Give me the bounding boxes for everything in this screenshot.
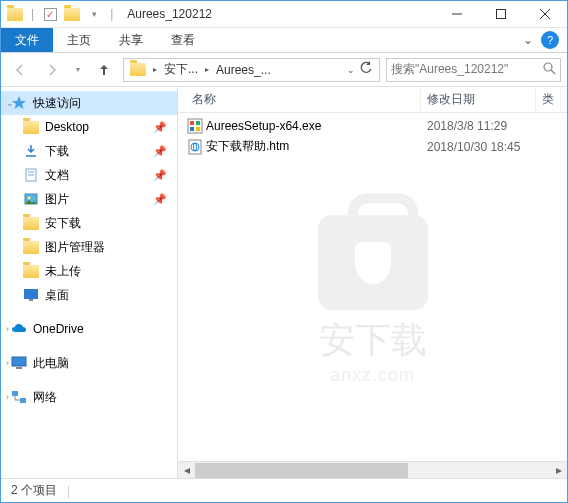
- tab-view[interactable]: 查看: [157, 28, 209, 52]
- sidebar-item-downloads[interactable]: 下载📌: [1, 139, 177, 163]
- folder-icon: [23, 263, 39, 279]
- sidebar-onedrive[interactable]: ›OneDrive: [1, 317, 177, 341]
- status-bar: 2 个项目 |: [1, 478, 567, 502]
- horizontal-scrollbar[interactable]: ◂ ▸: [178, 461, 567, 478]
- nav-recent-dropdown[interactable]: ▾: [71, 57, 85, 83]
- expand-icon[interactable]: ›: [6, 392, 9, 402]
- chevron-right-icon[interactable]: ▸: [202, 65, 212, 74]
- maximize-button[interactable]: [479, 1, 523, 28]
- column-headers: 名称 修改日期 类: [178, 87, 567, 113]
- sidebar-item-label: 图片管理器: [45, 239, 105, 256]
- sidebar-item-label: Desktop: [45, 120, 89, 134]
- nav-bar: ▾ ▸ 安下... ▸ Aurees_... ⌄ 搜索"Aurees_12021…: [1, 53, 567, 87]
- breadcrumb-seg[interactable]: Aurees_...: [212, 59, 275, 81]
- folder-icon: [23, 239, 39, 255]
- file-name: AureesSetup-x64.exe: [204, 119, 421, 133]
- ribbon-tabs: 文件 主页 共享 查看 ⌄ ?: [1, 28, 567, 53]
- folder-icon: [23, 215, 39, 231]
- folder-context-icon[interactable]: [64, 6, 80, 22]
- folder-icon: [23, 119, 39, 135]
- refresh-button[interactable]: [359, 61, 373, 78]
- expand-ribbon-icon[interactable]: ⌄: [523, 33, 533, 47]
- cloud-icon: [11, 321, 27, 337]
- qat-dropdown-icon[interactable]: ▾: [86, 6, 102, 22]
- window-title: Aurees_120212: [127, 7, 212, 21]
- sidebar-item-anxiazai[interactable]: 安下载: [1, 211, 177, 235]
- folder-shortcut-icon[interactable]: [7, 6, 23, 22]
- svg-rect-20: [196, 121, 200, 125]
- svg-rect-14: [12, 357, 26, 366]
- breadcrumb-seg[interactable]: 安下...: [160, 59, 202, 81]
- separator: |: [67, 484, 70, 498]
- sidebar-item-label: 安下载: [45, 215, 81, 232]
- svg-point-11: [28, 197, 31, 200]
- file-row[interactable]: 安下载帮助.htm 2018/10/30 18:45: [178, 136, 567, 157]
- pin-icon: 📌: [153, 145, 167, 158]
- svg-rect-17: [20, 398, 26, 403]
- file-list[interactable]: 安下载 anxz.com AureesSetup-x64.exe 2018/3/…: [178, 113, 567, 461]
- sidebar-item-label: 桌面: [45, 287, 69, 304]
- title-bar: | ✓ ▾ | Aurees_120212: [1, 1, 567, 28]
- htm-icon: [186, 139, 204, 155]
- sidebar-item-label: 此电脑: [33, 355, 69, 372]
- collapse-icon[interactable]: ⌄: [6, 98, 14, 108]
- column-type[interactable]: 类: [536, 87, 561, 112]
- downloads-icon: [23, 143, 39, 159]
- folder-root-icon[interactable]: [126, 59, 150, 81]
- svg-point-4: [544, 63, 552, 71]
- tab-home[interactable]: 主页: [53, 28, 105, 52]
- sidebar-item-label: 未上传: [45, 263, 81, 280]
- sidebar-item-documents[interactable]: 文档📌: [1, 163, 177, 187]
- installer-icon: [186, 118, 204, 134]
- network-icon: [11, 389, 27, 405]
- scroll-track[interactable]: [195, 462, 550, 479]
- svg-rect-1: [497, 10, 506, 19]
- sidebar-quick-access[interactable]: ⌄ 快速访问: [1, 91, 177, 115]
- nav-back-button[interactable]: [7, 57, 33, 83]
- column-name[interactable]: 名称: [186, 87, 421, 112]
- minimize-button[interactable]: [435, 1, 479, 28]
- sidebar-item-label: 下载: [45, 143, 69, 160]
- item-count: 2 个项目: [11, 482, 57, 499]
- watermark-sub: anxz.com: [318, 365, 428, 386]
- pin-icon: 📌: [153, 121, 167, 134]
- svg-rect-12: [24, 289, 38, 299]
- watermark: 安下载 anxz.com: [318, 215, 428, 386]
- desktop-icon: [23, 287, 39, 303]
- tab-share[interactable]: 共享: [105, 28, 157, 52]
- expand-icon[interactable]: ›: [6, 358, 9, 368]
- scroll-right-button[interactable]: ▸: [550, 462, 567, 479]
- search-placeholder: 搜索"Aurees_120212": [391, 61, 508, 78]
- watermark-text: 安下载: [318, 316, 428, 365]
- sidebar-thispc[interactable]: ›此电脑: [1, 351, 177, 375]
- quick-check-icon[interactable]: ✓: [42, 6, 58, 22]
- expand-icon[interactable]: ›: [6, 324, 9, 334]
- search-icon[interactable]: [543, 62, 556, 78]
- file-row[interactable]: AureesSetup-x64.exe 2018/3/8 11:29: [178, 115, 567, 136]
- svg-line-5: [551, 70, 555, 74]
- nav-up-button[interactable]: [91, 57, 117, 83]
- file-date: 2018/3/8 11:29: [421, 119, 536, 133]
- search-input[interactable]: 搜索"Aurees_120212": [386, 58, 561, 82]
- pin-icon: 📌: [153, 169, 167, 182]
- sidebar-item-label: OneDrive: [33, 322, 84, 336]
- sidebar-item-pictures[interactable]: 图片📌: [1, 187, 177, 211]
- sidebar-item-desktop2[interactable]: 桌面: [1, 283, 177, 307]
- column-date[interactable]: 修改日期: [421, 87, 536, 112]
- svg-rect-21: [190, 127, 194, 131]
- sidebar-item-desktop[interactable]: Desktop📌: [1, 115, 177, 139]
- svg-rect-15: [16, 367, 22, 369]
- sidebar-item-picmgr[interactable]: 图片管理器: [1, 235, 177, 259]
- file-name: 安下载帮助.htm: [204, 138, 421, 155]
- address-bar[interactable]: ▸ 安下... ▸ Aurees_... ⌄: [123, 58, 380, 82]
- help-button[interactable]: ?: [541, 31, 559, 49]
- scroll-thumb[interactable]: [195, 463, 408, 478]
- sidebar-network[interactable]: ›网络: [1, 385, 177, 409]
- sidebar-item-unuploaded[interactable]: 未上传: [1, 259, 177, 283]
- close-button[interactable]: [523, 1, 567, 28]
- chevron-right-icon[interactable]: ▸: [150, 65, 160, 74]
- nav-forward-button[interactable]: [39, 57, 65, 83]
- tab-file[interactable]: 文件: [1, 28, 53, 52]
- scroll-left-button[interactable]: ◂: [178, 462, 195, 479]
- address-dropdown-icon[interactable]: ⌄: [347, 65, 355, 75]
